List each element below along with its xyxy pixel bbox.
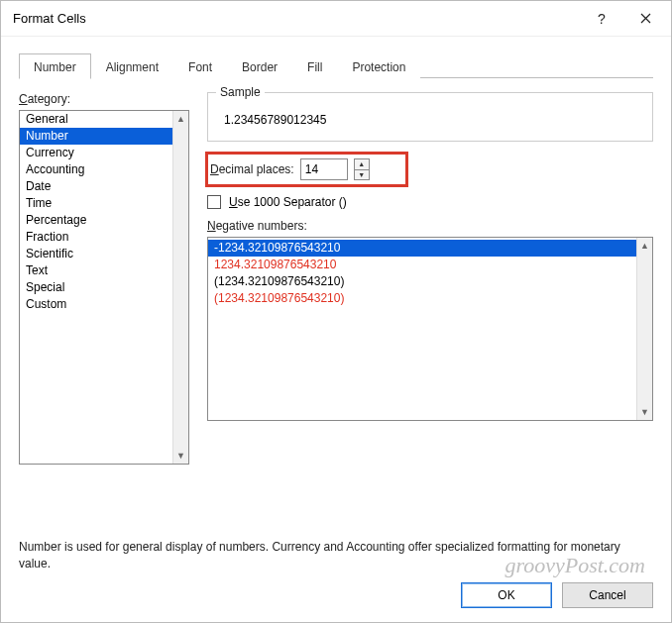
category-item-text[interactable]: Text (20, 262, 172, 279)
tab-fill[interactable]: Fill (292, 53, 337, 79)
scroll-up-icon[interactable]: ▲ (173, 111, 188, 127)
thousand-separator-checkbox[interactable] (207, 195, 221, 209)
tab-font[interactable]: Font (173, 53, 227, 79)
thousand-separator-label: Use 1000 Separator () (229, 195, 347, 209)
decimal-places-label: Decimal places: (210, 162, 294, 176)
category-item-special[interactable]: Special (20, 279, 172, 296)
tab-strip: Number Alignment Font Border Fill Protec… (19, 52, 653, 78)
help-button[interactable]: ? (580, 4, 623, 34)
tab-number[interactable]: Number (19, 53, 91, 79)
category-listbox[interactable]: General Number Currency Accounting Date … (19, 110, 189, 465)
negative-item-2[interactable]: (1234.32109876543210) (208, 273, 636, 290)
format-description: Number is used for general display of nu… (19, 539, 653, 572)
category-scrollbar[interactable]: ▲ ▼ (172, 111, 188, 464)
negative-numbers-listbox[interactable]: -1234.32109876543210 1234.32109876543210… (207, 237, 653, 421)
scroll-up-icon[interactable]: ▲ (637, 238, 652, 254)
sample-fieldset: Sample 1.23456789012345 (207, 92, 653, 142)
category-item-general[interactable]: General (20, 111, 172, 128)
category-item-custom[interactable]: Custom (20, 296, 172, 313)
tab-protection[interactable]: Protection (337, 53, 420, 79)
tab-number-body: Category: General Number Currency Accoun… (19, 78, 653, 521)
category-item-percentage[interactable]: Percentage (20, 212, 172, 229)
window-title: Format Cells (13, 11, 580, 26)
ok-button[interactable]: OK (461, 582, 552, 608)
sample-legend: Sample (216, 85, 265, 99)
sample-value: 1.23456789012345 (220, 111, 640, 129)
negative-item-0[interactable]: -1234.32109876543210 (208, 240, 636, 257)
thousand-separator-row: Use 1000 Separator () (207, 195, 653, 209)
decimal-places-input[interactable] (300, 158, 348, 180)
scroll-down-icon[interactable]: ▼ (637, 404, 652, 420)
negative-numbers-label: Negative numbers: (207, 219, 653, 233)
format-cells-dialog: Format Cells ? Number Alignment Font Bor… (0, 0, 672, 623)
category-item-scientific[interactable]: Scientific (20, 246, 172, 262)
spin-up-button[interactable]: ▲ (355, 159, 369, 170)
dialog-content: Number Alignment Font Border Fill Protec… (1, 37, 671, 622)
titlebar: Format Cells ? (1, 1, 671, 37)
category-item-currency[interactable]: Currency (20, 145, 172, 161)
dialog-buttons: OK Cancel (19, 572, 653, 608)
category-item-fraction[interactable]: Fraction (20, 229, 172, 246)
category-column: Category: General Number Currency Accoun… (19, 92, 189, 521)
cancel-button[interactable]: Cancel (562, 582, 653, 608)
settings-column: Sample 1.23456789012345 Decimal places: … (207, 92, 653, 521)
category-item-number[interactable]: Number (20, 128, 172, 145)
decimal-spin-buttons: ▲ ▼ (354, 158, 370, 180)
negative-item-3[interactable]: (1234.32109876543210) (208, 290, 636, 307)
category-label: Category: (19, 92, 189, 106)
category-item-time[interactable]: Time (20, 195, 172, 212)
spin-down-button[interactable]: ▼ (355, 170, 369, 180)
scroll-down-icon[interactable]: ▼ (173, 448, 188, 464)
category-item-accounting[interactable]: Accounting (20, 161, 172, 178)
decimal-places-row: Decimal places: ▲ ▼ (205, 152, 408, 187)
tab-border[interactable]: Border (227, 53, 292, 79)
category-item-date[interactable]: Date (20, 178, 172, 195)
tab-alignment[interactable]: Alignment (91, 53, 173, 79)
negative-scrollbar[interactable]: ▲ ▼ (636, 238, 652, 420)
negative-item-1[interactable]: 1234.32109876543210 (208, 257, 636, 273)
close-button[interactable] (623, 4, 667, 34)
close-icon (640, 13, 651, 24)
